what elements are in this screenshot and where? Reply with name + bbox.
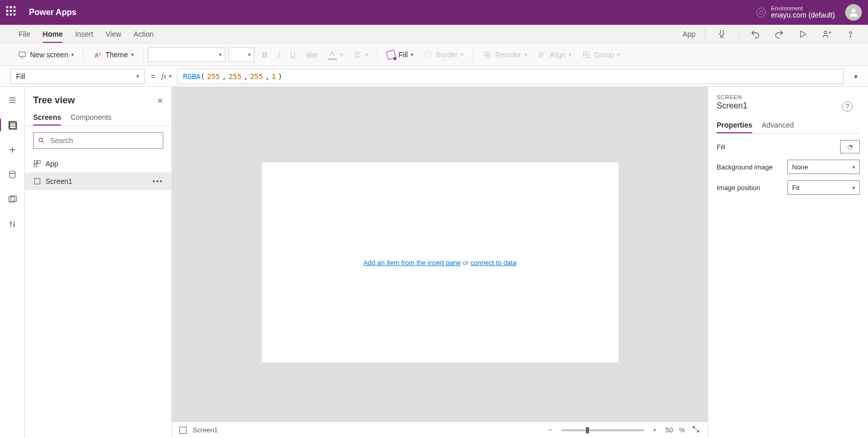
reorder-icon bbox=[483, 50, 492, 59]
hint-link-data[interactable]: connect to data bbox=[471, 259, 517, 267]
chevron-down-icon: ▾ bbox=[411, 52, 413, 57]
separator bbox=[83, 48, 84, 61]
fill-button[interactable]: Fill ▾ bbox=[382, 46, 419, 63]
selection-kind: SCREEN bbox=[717, 94, 860, 100]
svg-rect-10 bbox=[540, 55, 542, 57]
align-label: Align bbox=[550, 51, 566, 59]
svg-point-0 bbox=[851, 9, 855, 12]
theme-button[interactable]: Theme ▾ bbox=[88, 46, 139, 63]
tree-view-icon[interactable] bbox=[6, 119, 19, 131]
chevron-down-icon: ▾ bbox=[136, 73, 139, 79]
data-icon[interactable] bbox=[6, 168, 19, 181]
formula-expand-icon[interactable]: ▾ bbox=[854, 72, 858, 81]
app-checker-icon[interactable] bbox=[715, 27, 729, 41]
tree-search[interactable] bbox=[33, 132, 163, 149]
tree-node-label: Screen1 bbox=[45, 177, 72, 185]
svg-point-4 bbox=[850, 36, 851, 37]
tab-components[interactable]: Components bbox=[70, 110, 111, 126]
border-icon bbox=[424, 50, 433, 59]
new-screen-label: New screen bbox=[30, 51, 68, 59]
zoom-slider[interactable] bbox=[561, 429, 644, 431]
formula-fn: RGBA bbox=[183, 72, 200, 81]
tab-advanced[interactable]: Advanced bbox=[762, 118, 794, 133]
separator bbox=[377, 48, 378, 61]
app-launcher-icon[interactable] bbox=[6, 6, 19, 19]
undo-icon[interactable] bbox=[748, 27, 763, 41]
fit-to-screen-icon[interactable] bbox=[691, 425, 701, 435]
media-icon[interactable] bbox=[6, 193, 19, 206]
property-selector[interactable]: Fill ▾ bbox=[10, 69, 145, 84]
canvas-area[interactable]: Add an item from the insert pane or conn… bbox=[172, 87, 708, 438]
menu-home[interactable]: Home bbox=[37, 25, 69, 43]
main-area: Tree view ✕ Screens Components App Scree… bbox=[0, 87, 868, 438]
chevron-down-icon: ▾ bbox=[524, 52, 527, 57]
search-icon bbox=[38, 137, 45, 144]
group-icon bbox=[582, 50, 591, 59]
tree-node-app[interactable]: App bbox=[25, 155, 172, 173]
formula-input[interactable]: RGBA(255,255,255,1) bbox=[177, 69, 844, 84]
screen-surface[interactable]: Add an item from the insert pane or conn… bbox=[262, 162, 618, 363]
new-screen-button[interactable]: New screen ▾ bbox=[12, 46, 79, 63]
help-icon[interactable] bbox=[843, 27, 858, 41]
italic-button: I bbox=[273, 46, 285, 63]
environment-picker[interactable]: ◌ Environment enayu.com (default) bbox=[756, 5, 835, 19]
canvas-hint: Add an item from the insert pane or conn… bbox=[363, 259, 516, 267]
advanced-tools-icon[interactable] bbox=[6, 218, 19, 230]
chevron-down-icon: ▾ bbox=[340, 52, 343, 57]
hint-mid: or bbox=[461, 259, 471, 267]
status-screen-label: Screen1 bbox=[193, 426, 218, 434]
tree-view-title: Tree view bbox=[33, 95, 75, 106]
hint-link-insert[interactable]: Add an item from the insert pane bbox=[363, 259, 461, 267]
menu-bar: File Home Insert View Action App bbox=[0, 25, 868, 43]
underline-button: U bbox=[285, 46, 301, 63]
redo-icon[interactable] bbox=[772, 27, 786, 41]
prop-fill-label: Fill bbox=[717, 143, 725, 151]
svg-rect-25 bbox=[35, 179, 40, 184]
share-icon[interactable] bbox=[819, 27, 834, 41]
zoom-thumb[interactable] bbox=[586, 427, 589, 433]
close-icon[interactable]: ✕ bbox=[157, 97, 163, 105]
app-node-icon bbox=[33, 160, 41, 168]
chevron-down-icon: ▾ bbox=[569, 52, 571, 57]
svg-point-19 bbox=[10, 222, 11, 224]
app-settings-link[interactable]: App bbox=[683, 30, 695, 38]
svg-marker-2 bbox=[801, 31, 807, 37]
tab-properties[interactable]: Properties bbox=[717, 118, 752, 133]
text-align-button: ▾ bbox=[348, 46, 373, 63]
menu-view[interactable]: View bbox=[99, 25, 127, 43]
zoom-out-button[interactable]: − bbox=[546, 426, 555, 434]
environment-name: enayu.com (default) bbox=[771, 11, 835, 19]
svg-rect-7 bbox=[485, 52, 488, 55]
tree-view-pane: Tree view ✕ Screens Components App Scree… bbox=[25, 87, 172, 438]
tree-node-label: App bbox=[45, 160, 58, 168]
insert-icon[interactable] bbox=[6, 144, 19, 156]
svg-rect-8 bbox=[487, 54, 490, 57]
prop-imgpos-select[interactable]: Fit ▾ bbox=[787, 180, 860, 195]
user-avatar[interactable] bbox=[845, 4, 862, 21]
align-icon bbox=[537, 50, 547, 59]
svg-rect-12 bbox=[586, 55, 589, 57]
menu-insert[interactable]: Insert bbox=[69, 25, 99, 43]
zoom-in-button[interactable]: + bbox=[650, 426, 659, 434]
chevron-down-icon: ▾ bbox=[168, 73, 171, 79]
pane-help-icon[interactable]: ? bbox=[842, 101, 853, 112]
prop-bgimage-select[interactable]: None ▾ bbox=[787, 160, 860, 174]
tree-search-input[interactable] bbox=[49, 136, 159, 145]
more-icon[interactable]: ••• bbox=[152, 177, 163, 185]
chevron-down-icon: ▾ bbox=[365, 52, 368, 57]
prop-imgpos-label: Image position bbox=[717, 184, 761, 192]
menu-file[interactable]: File bbox=[12, 25, 37, 43]
tab-screens[interactable]: Screens bbox=[33, 110, 61, 126]
chevron-down-icon: ▾ bbox=[131, 52, 134, 57]
font-color-button: A ▾ bbox=[322, 46, 348, 63]
hamburger-icon[interactable] bbox=[6, 94, 19, 106]
menu-action[interactable]: Action bbox=[128, 25, 160, 43]
svg-rect-6 bbox=[426, 52, 431, 57]
fx-button[interactable]: fx ▾ bbox=[161, 72, 171, 81]
preview-play-icon[interactable] bbox=[796, 27, 810, 41]
screen-icon bbox=[179, 427, 187, 434]
chevron-down-icon: ▾ bbox=[617, 52, 620, 57]
environment-label: Environment bbox=[771, 5, 835, 11]
prop-fill-swatch[interactable]: ◔ bbox=[840, 140, 860, 153]
tree-node-screen1[interactable]: Screen1 ••• bbox=[25, 173, 172, 190]
